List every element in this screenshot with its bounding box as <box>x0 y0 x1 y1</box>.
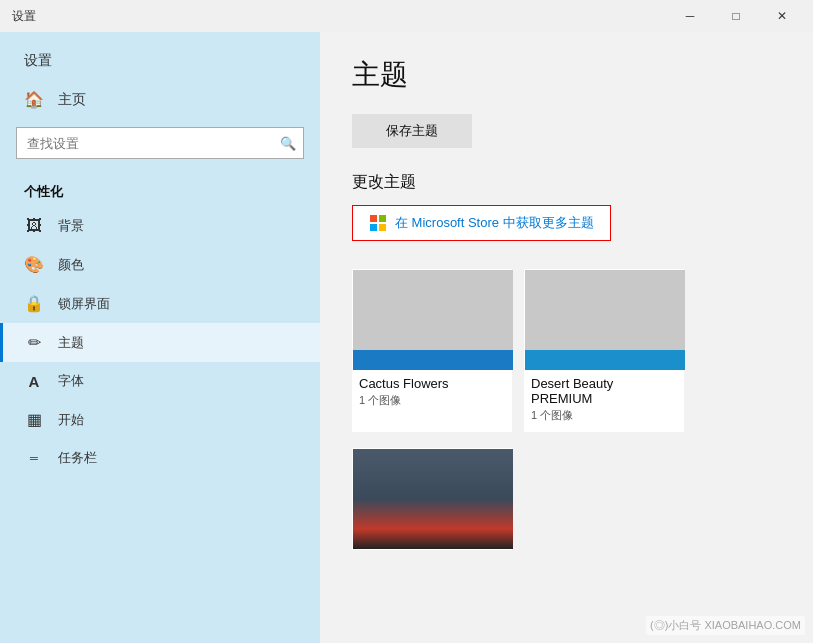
nav-label-color: 颜色 <box>58 256 84 274</box>
search-input[interactable] <box>16 127 304 159</box>
desert-name: Desert Beauty PREMIUM <box>531 376 677 406</box>
search-box: 🔍 <box>16 127 304 159</box>
save-theme-button[interactable]: 保存主题 <box>352 114 472 148</box>
svg-rect-1 <box>379 215 386 222</box>
sidebar-home-label: 主页 <box>58 91 86 109</box>
svg-rect-2 <box>370 224 377 231</box>
nav-label-lockscreen: 锁屏界面 <box>58 295 110 313</box>
maximize-button[interactable]: □ <box>713 0 759 32</box>
section-label: 个性化 <box>0 173 320 207</box>
main-content: 主题 保存主题 更改主题 在 Microsoft Store 中获取更多主题 <box>320 32 813 643</box>
cactus-count: 1 个图像 <box>359 393 505 408</box>
sidebar-item-taskbar[interactable]: ═ 任务栏 <box>0 439 320 477</box>
sidebar-item-background[interactable]: 🖼 背景 <box>0 207 320 245</box>
nav-label-fonts: 字体 <box>58 372 84 390</box>
nav-label-taskbar: 任务栏 <box>58 449 97 467</box>
sidebar-item-fonts[interactable]: A 字体 <box>0 362 320 400</box>
theme-card-desert[interactable]: Desert Beauty PREMIUM 1 个图像 <box>524 269 684 432</box>
close-button[interactable]: ✕ <box>759 0 805 32</box>
theme-card-cactus[interactable]: Cactus Flowers 1 个图像 <box>352 269 512 432</box>
home-icon: 🏠 <box>24 90 44 109</box>
themes-icon: ✏ <box>24 333 44 352</box>
cactus-name: Cactus Flowers <box>359 376 505 391</box>
change-theme-title: 更改主题 <box>352 172 781 193</box>
theme-grid: Cactus Flowers 1 个图像 Desert Beauty PREMI… <box>352 269 781 550</box>
title-bar: 设置 ─ □ ✕ <box>0 0 813 32</box>
store-icon <box>369 214 387 232</box>
nav-label-themes: 主题 <box>58 334 84 352</box>
desert-color-bar <box>525 350 685 370</box>
ms-store-button[interactable]: 在 Microsoft Store 中获取更多主题 <box>352 205 611 241</box>
background-icon: 🖼 <box>24 217 44 235</box>
cactus-color-bar <box>353 350 513 370</box>
search-button[interactable]: 🔍 <box>272 127 304 159</box>
fonts-icon: A <box>24 373 44 390</box>
nav-label-start: 开始 <box>58 411 84 429</box>
sidebar: 设置 🏠 主页 🔍 个性化 🖼 背景 🎨 颜色 🔒 锁屏界面 ✏ 主题 <box>0 32 320 643</box>
cactus-preview <box>353 270 513 370</box>
lockscreen-icon: 🔒 <box>24 294 44 313</box>
app-container: 设置 🏠 主页 🔍 个性化 🖼 背景 🎨 颜色 🔒 锁屏界面 ✏ 主题 <box>0 32 813 643</box>
theme-card-rain[interactable] <box>352 448 512 550</box>
taskbar-icon: ═ <box>24 452 44 464</box>
rain-preview <box>353 449 513 549</box>
sidebar-header: 设置 <box>0 32 320 80</box>
page-title: 主题 <box>352 56 781 94</box>
title-bar-text: 设置 <box>8 8 36 25</box>
start-icon: ▦ <box>24 410 44 429</box>
cactus-info: Cactus Flowers 1 个图像 <box>353 370 511 416</box>
svg-rect-3 <box>379 224 386 231</box>
sidebar-home-item[interactable]: 🏠 主页 <box>0 80 320 119</box>
sidebar-item-lockscreen[interactable]: 🔒 锁屏界面 <box>0 284 320 323</box>
sidebar-item-color[interactable]: 🎨 颜色 <box>0 245 320 284</box>
nav-label-background: 背景 <box>58 217 84 235</box>
search-icon: 🔍 <box>280 136 296 151</box>
sidebar-item-start[interactable]: ▦ 开始 <box>0 400 320 439</box>
sidebar-item-themes[interactable]: ✏ 主题 <box>0 323 320 362</box>
desert-preview <box>525 270 685 370</box>
svg-rect-0 <box>370 215 377 222</box>
title-bar-controls: ─ □ ✕ <box>667 0 805 32</box>
desert-count: 1 个图像 <box>531 408 677 423</box>
ms-store-label: 在 Microsoft Store 中获取更多主题 <box>395 214 594 232</box>
color-icon: 🎨 <box>24 255 44 274</box>
desert-info: Desert Beauty PREMIUM 1 个图像 <box>525 370 683 431</box>
minimize-button[interactable]: ─ <box>667 0 713 32</box>
